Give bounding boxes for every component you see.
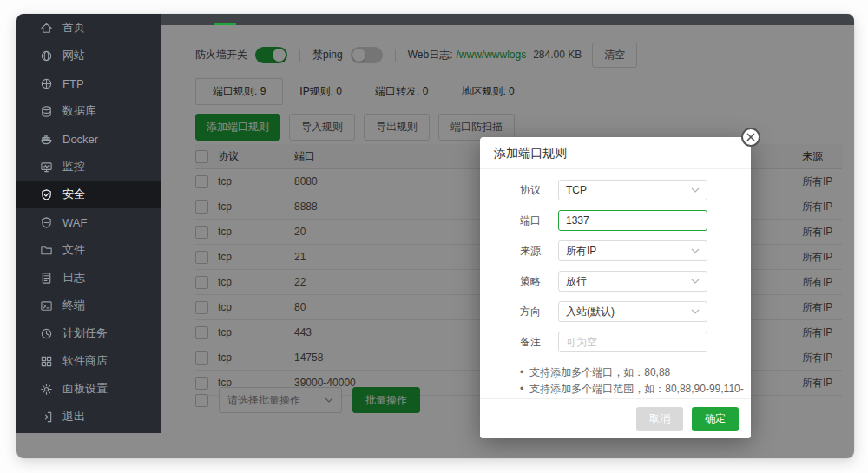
sidebar-item-label: 数据库 xyxy=(62,103,96,119)
home-icon xyxy=(40,22,53,35)
field-label: 来源 xyxy=(520,244,558,259)
website-icon xyxy=(40,49,53,62)
sidebar-item-label: 监控 xyxy=(62,159,85,174)
add-port-rule-dialog: 添加端口规则 协议TCP端口1337来源所有IP策略放行方向入站(默认)备注可为… xyxy=(480,137,751,438)
page-top-tabbar xyxy=(161,14,854,25)
sidebar-item-首页[interactable]: 首页 xyxy=(16,14,161,42)
field-label: 备注 xyxy=(520,335,558,350)
logs-icon xyxy=(40,272,53,285)
dialog-field-row: 备注可为空 xyxy=(480,332,751,352)
来源-select[interactable]: 所有IP xyxy=(558,240,707,261)
sidebar-item-label: 退出 xyxy=(62,409,85,424)
sidebar-item-面板设置[interactable]: 面板设置 xyxy=(16,375,161,403)
sidebar-item-label: 终端 xyxy=(62,298,85,313)
field-label: 策略 xyxy=(520,274,558,289)
dialog-field-row: 来源所有IP xyxy=(480,240,751,261)
chevron-down-icon xyxy=(691,279,700,284)
dialog-field-row: 方向入站(默认) xyxy=(480,301,751,322)
monitor-icon xyxy=(40,161,53,174)
security-shield-icon xyxy=(40,188,53,201)
策略-select[interactable]: 放行 xyxy=(558,271,707,292)
dialog-footer: 取消 确定 xyxy=(480,398,751,438)
sidebar-item-label: WAF xyxy=(62,216,87,229)
select-value: 入站(默认) xyxy=(566,305,615,319)
logout-icon xyxy=(40,411,53,424)
bullet: • xyxy=(520,365,523,381)
appstore-icon xyxy=(40,355,53,368)
sidebar-item-label: 文件 xyxy=(62,242,85,258)
docker-icon xyxy=(40,133,53,146)
端口-input[interactable]: 1337 xyxy=(558,210,707,231)
cron-icon xyxy=(40,327,53,340)
chevron-down-icon xyxy=(691,248,700,253)
select-value: 放行 xyxy=(566,274,587,289)
close-icon[interactable] xyxy=(741,128,760,147)
waf-shield-icon xyxy=(40,216,53,229)
sidebar-item-Docker[interactable]: Docker xyxy=(16,125,161,153)
sidebar-item-label: Docker xyxy=(62,133,98,146)
input-value: 1337 xyxy=(566,214,589,227)
dialog-field-row: 策略放行 xyxy=(480,271,751,292)
ftp-icon xyxy=(40,77,53,90)
database-icon xyxy=(40,105,53,118)
field-label: 协议 xyxy=(520,183,558,198)
协议-select[interactable]: TCP xyxy=(558,180,707,200)
terminal-icon xyxy=(40,299,53,312)
sidebar-item-文件[interactable]: 文件 xyxy=(16,236,161,264)
dialog-field-row: 端口1337 xyxy=(480,210,751,231)
sidebar-item-数据库[interactable]: 数据库 xyxy=(16,97,161,125)
sidebar-item-软件商店[interactable]: 软件商店 xyxy=(16,347,161,375)
input-placeholder: 可为空 xyxy=(566,335,597,350)
chevron-down-icon xyxy=(691,187,700,193)
备注-input[interactable]: 可为空 xyxy=(558,332,707,352)
settings-gear-icon xyxy=(40,383,53,396)
app-window: 首页网站FTP数据库Docker监控安全WAF文件日志终端计划任务软件商店面板设… xyxy=(16,14,854,458)
sidebar-item-label: 计划任务 xyxy=(62,325,108,341)
select-value: TCP xyxy=(566,184,587,196)
sidebar-item-终端[interactable]: 终端 xyxy=(16,292,161,319)
sidebar-item-退出[interactable]: 退出 xyxy=(16,403,161,430)
dialog-title: 添加端口规则 xyxy=(480,137,751,169)
sidebar-item-计划任务[interactable]: 计划任务 xyxy=(16,319,161,347)
dialog-field-row: 协议TCP xyxy=(480,180,751,200)
sidebar-item-label: FTP xyxy=(62,77,84,90)
dialog-body: 协议TCP端口1337来源所有IP策略放行方向入站(默认)备注可为空 xyxy=(480,169,751,352)
sidebar-item-WAF[interactable]: WAF xyxy=(16,208,161,236)
sidebar-item-label: 日志 xyxy=(62,270,85,286)
cancel-button[interactable]: 取消 xyxy=(636,407,683,431)
confirm-button[interactable]: 确定 xyxy=(692,407,739,431)
sidebar-item-日志[interactable]: 日志 xyxy=(16,264,161,292)
dialog-note: •支持添加多个端口，如：80,88 xyxy=(520,365,751,381)
select-value: 所有IP xyxy=(566,244,596,259)
files-folder-icon xyxy=(40,244,53,257)
chevron-down-icon xyxy=(691,309,700,314)
sidebar-item-label: 面板设置 xyxy=(62,381,108,397)
sidebar-item-FTP[interactable]: FTP xyxy=(16,69,161,97)
sidebar-item-label: 首页 xyxy=(62,20,85,36)
sidebar-item-安全[interactable]: 安全 xyxy=(16,181,161,208)
active-tab-indicator xyxy=(214,23,236,25)
sidebar-item-label: 网站 xyxy=(62,48,85,63)
sidebar-item-网站[interactable]: 网站 xyxy=(16,42,161,69)
sidebar-item-label: 软件商店 xyxy=(62,353,108,369)
field-label: 端口 xyxy=(520,214,558,228)
field-label: 方向 xyxy=(520,305,558,319)
sidebar: 首页网站FTP数据库Docker监控安全WAF文件日志终端计划任务软件商店面板设… xyxy=(16,14,161,433)
sidebar-item-监控[interactable]: 监控 xyxy=(16,153,161,181)
sidebar-item-label: 安全 xyxy=(62,187,85,202)
方向-select[interactable]: 入站(默认) xyxy=(558,301,707,322)
